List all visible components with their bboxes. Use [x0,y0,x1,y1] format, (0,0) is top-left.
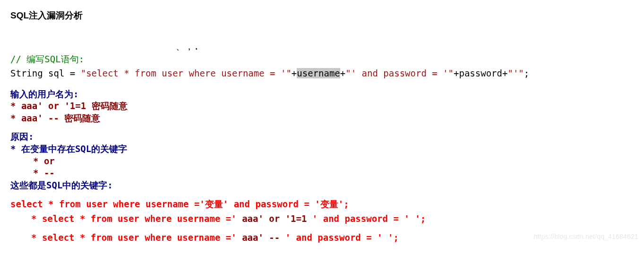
result-line: select * from user where username ='变量' … [10,198,644,211]
code-token-var-highlight: username [297,68,340,78]
cause-subline: * -- [10,167,644,179]
example-line: * aaa' -- 密码随意 [10,112,644,125]
code-token-decl: String sql = [10,68,81,78]
cause-line: * 在变量中存在SQL的关键字 [10,143,644,155]
cause-tail: 这些都是SQL中的关键字: [10,179,644,192]
code-line: String sql = "select * from user where u… [10,68,644,80]
cause-subline: * or [10,155,644,168]
code-token-end: ; [524,68,529,78]
section-heading: 输入的用户名为: [10,88,644,101]
section-heading: 原因: [10,131,644,143]
cause-section: 原因: * 在变量中存在SQL的关键字 * or * -- 这些都是SQL中的关… [10,131,644,191]
result-token-var [383,232,388,243]
example-line: * aaa' or '1=1 密码随意 [10,100,644,112]
watermark-text: https://blog.csdn.net/qq_41684621 [534,232,638,241]
code-token-op: + [292,68,297,78]
result-token: ' and password = ' [312,213,410,224]
document-page: SQL注入漏洞分析 、，. // 编写SQL语句: String sql = "… [0,0,644,244]
result-line: * select * from user where username =' a… [10,213,644,225]
code-token-string: "select * from user where username = '" [81,68,292,78]
page-title: SQL注入漏洞分析 [10,9,644,22]
result-token: * select * from user where username =' [31,213,237,224]
code-token-op: +password+ [454,68,507,78]
result-token-var: aaa' -- [237,232,285,243]
code-token-op: + [340,68,345,78]
result-token-var: aaa' or '1=1 [237,213,312,224]
result-token: ' and password = ' [285,232,383,243]
artifact-text: 、，. [176,41,644,53]
code-token-string: "'" [507,68,524,78]
result-token: '; [415,213,426,224]
code-comment: // 编写SQL语句: [10,53,644,66]
code-token-string: "' and password = '" [345,68,454,78]
result-token-var [410,213,415,224]
result-token: '; [388,232,399,243]
input-section: 输入的用户名为: * aaa' or '1=1 密码随意 * aaa' -- 密… [10,88,644,125]
result-token: * select * from user where username =' [31,232,237,243]
